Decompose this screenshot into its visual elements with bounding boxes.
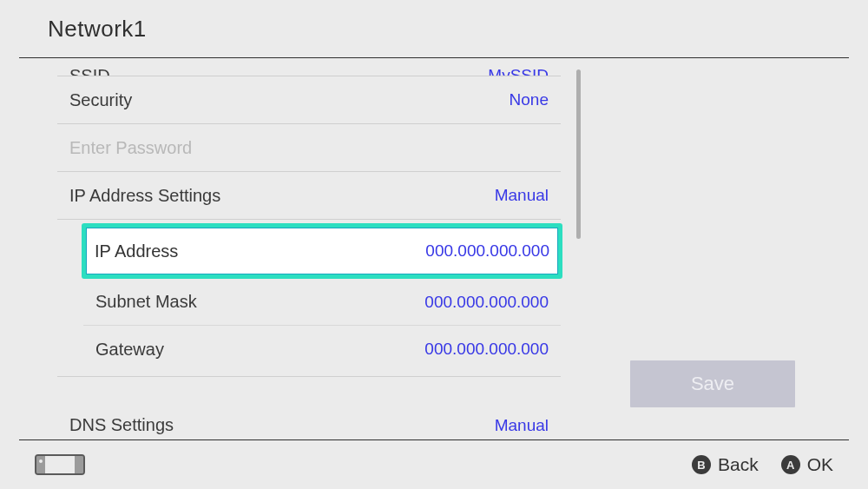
gateway-label: Gateway xyxy=(95,340,424,360)
footer-actions: B Back A OK xyxy=(692,454,833,475)
spacer xyxy=(57,377,561,401)
action-ok[interactable]: A OK xyxy=(781,454,833,475)
row-ip-address[interactable]: IP Address 000.000.000.000 xyxy=(83,223,561,279)
a-button-icon: A xyxy=(781,455,800,474)
controller-icon xyxy=(35,454,85,475)
dns-value: Manual xyxy=(495,416,549,435)
b-button-icon: B xyxy=(692,455,711,474)
ip-address-label: IP Address xyxy=(95,241,425,261)
ip-settings-label: IP Address Settings xyxy=(69,186,495,206)
gateway-value: 000.000.000.000 xyxy=(424,340,549,359)
row-enter-password: Enter Password xyxy=(57,124,561,172)
settings-list: SSID MySSID Security None Enter Password… xyxy=(57,57,561,440)
ok-label: OK xyxy=(807,454,833,475)
content-area: SSID MySSID Security None Enter Password… xyxy=(0,57,868,440)
subnet-label: Subnet Mask xyxy=(95,292,424,312)
ssid-label: SSID xyxy=(69,70,488,76)
row-ssid[interactable]: SSID MySSID xyxy=(57,57,561,76)
save-button-label: Save xyxy=(691,373,734,395)
security-label: Security xyxy=(69,90,510,110)
subnet-value: 000.000.000.000 xyxy=(424,293,549,312)
back-label: Back xyxy=(718,454,759,475)
password-label: Enter Password xyxy=(69,138,549,158)
save-button[interactable]: Save xyxy=(630,360,795,407)
footer: B Back A OK xyxy=(0,440,868,489)
row-security[interactable]: Security None xyxy=(57,76,561,124)
security-value: None xyxy=(510,90,549,109)
header: Network1 xyxy=(0,0,868,57)
scrollbar-thumb[interactable] xyxy=(576,69,581,239)
dns-label: DNS Settings xyxy=(69,415,495,435)
row-subnet-mask[interactable]: Subnet Mask 000.000.000.000 xyxy=(83,279,561,326)
ip-settings-value: Manual xyxy=(495,186,549,205)
row-ip-address-settings[interactable]: IP Address Settings Manual xyxy=(57,172,561,220)
ip-settings-group: IP Address 000.000.000.000 Subnet Mask 0… xyxy=(57,220,561,377)
selected-highlight: IP Address 000.000.000.000 xyxy=(82,223,562,279)
row-gateway[interactable]: Gateway 000.000.000.000 xyxy=(83,326,561,373)
ssid-value: MySSID xyxy=(488,70,549,76)
row-dns-settings[interactable]: DNS Settings Manual xyxy=(57,401,561,440)
action-back[interactable]: B Back xyxy=(692,454,759,475)
ip-address-value: 000.000.000.000 xyxy=(425,241,549,261)
page-title: Network1 xyxy=(48,16,147,43)
